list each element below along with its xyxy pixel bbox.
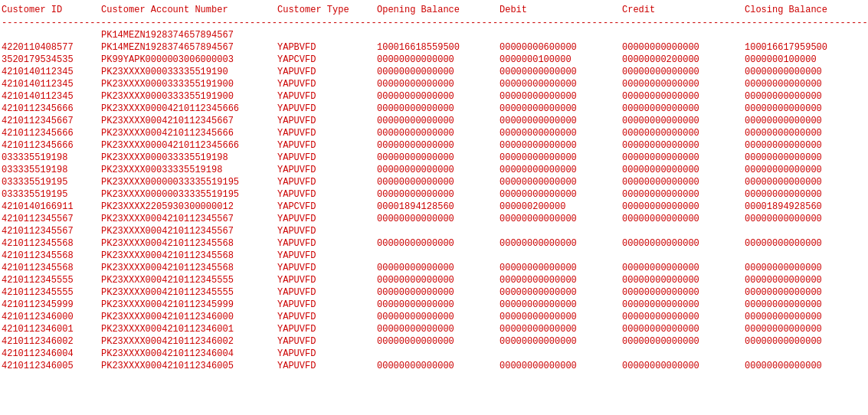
table-row: 4220110408577PK14MEZN1928374657894567YAP… bbox=[2, 41, 866, 54]
cell-opening-balance: 00000000000000 bbox=[377, 312, 500, 322]
cell-credit bbox=[622, 250, 745, 261]
cell-customer-type bbox=[277, 30, 377, 41]
cell-debit bbox=[500, 348, 622, 359]
cell-credit: 00000000000000 bbox=[622, 42, 745, 53]
cell-customer-id: 4210112345666 bbox=[2, 103, 101, 114]
cell-closing-balance: 00000000000000 bbox=[745, 312, 867, 322]
cell-credit: 00000000000000 bbox=[622, 299, 745, 310]
cell-account-number: PK23XXXX0004210112345567 bbox=[101, 214, 277, 224]
cell-credit: 00000000000000 bbox=[622, 324, 745, 335]
cell-closing-balance: 00000000000000 bbox=[745, 299, 867, 310]
cell-customer-id: 033335519195 bbox=[2, 189, 101, 200]
cell-customer-id: 4210140166911 bbox=[2, 201, 101, 212]
cell-customer-id: 033335519198 bbox=[2, 152, 101, 163]
cell-debit: 00000000000000 bbox=[500, 79, 622, 90]
cell-account-number: PK23XXXX0004210112345568 bbox=[101, 238, 277, 249]
table-row: 4210112345555PK23XXXX0004210112345555YAP… bbox=[2, 286, 866, 299]
cell-credit bbox=[622, 348, 745, 359]
table-row: 4210112345555PK23XXXX0004210112345555YAP… bbox=[2, 274, 866, 286]
cell-credit: 00000000000000 bbox=[622, 275, 745, 286]
table-row: 3520179534535PK99YAPK0000003006000003YAP… bbox=[2, 54, 866, 66]
cell-debit: 00000000000000 bbox=[500, 67, 622, 77]
cell-credit bbox=[622, 30, 745, 41]
cell-opening-balance: 00000000000000 bbox=[377, 177, 500, 188]
cell-customer-id: 4210112345567 bbox=[2, 214, 101, 224]
cell-account-number: PK23XXXX00000033335519195 bbox=[101, 177, 277, 188]
cell-account-number: PK23XXXX00033335519198 bbox=[101, 165, 277, 175]
table-row: 4210112346000PK23XXXX0004210112346000YAP… bbox=[2, 311, 866, 323]
header-account-number: Customer Account Number bbox=[101, 5, 277, 15]
cell-opening-balance: 00000000000000 bbox=[377, 165, 500, 175]
cell-closing-balance: 00000000000000 bbox=[745, 177, 867, 188]
cell-credit: 00000000000000 bbox=[622, 152, 745, 163]
cell-customer-type: YAPUVFD bbox=[277, 116, 377, 126]
cell-opening-balance bbox=[377, 250, 500, 261]
cell-customer-id: 4210112345555 bbox=[2, 275, 101, 286]
cell-credit: 00000000000000 bbox=[622, 103, 745, 114]
cell-debit: 000000200000 bbox=[500, 201, 622, 212]
cell-debit: 00000000000000 bbox=[500, 116, 622, 126]
cell-customer-type: YAPUVFD bbox=[277, 214, 377, 224]
cell-customer-id: 3520179534535 bbox=[2, 54, 101, 65]
cell-customer-type: YAPUVFD bbox=[277, 238, 377, 249]
cell-closing-balance: 00000000000000 bbox=[745, 116, 867, 126]
header-separator: ----------------------------------------… bbox=[2, 17, 866, 29]
cell-customer-id: 4210112345568 bbox=[2, 263, 101, 273]
cell-credit: 00000000000000 bbox=[622, 312, 745, 322]
cell-customer-id: 4210112345667 bbox=[2, 116, 101, 126]
cell-closing-balance: 00000000000000 bbox=[745, 91, 867, 102]
cell-debit bbox=[500, 226, 622, 237]
cell-closing-balance: 00000000000000 bbox=[745, 361, 867, 371]
table-row: 4210140112345PK23XXXX0000333355191900YAP… bbox=[2, 78, 866, 90]
cell-account-number: PK23XXXX0004210112346002 bbox=[101, 336, 277, 347]
table-row: PK14MEZN1928374657894567 bbox=[2, 29, 866, 41]
header-closing-balance: Closing Balance bbox=[745, 5, 867, 15]
header-credit: Credit bbox=[622, 5, 745, 15]
cell-closing-balance: 00000000000000 bbox=[745, 165, 867, 175]
cell-debit: 00000000000000 bbox=[500, 361, 622, 371]
cell-credit: 00000000000000 bbox=[622, 177, 745, 188]
cell-account-number: PK99YAPK0000003006000003 bbox=[101, 54, 277, 65]
cell-credit: 00000000000000 bbox=[622, 336, 745, 347]
cell-debit: 00000000000000 bbox=[500, 263, 622, 273]
header-customer-type: Customer Type bbox=[277, 5, 377, 15]
cell-opening-balance bbox=[377, 226, 500, 237]
cell-credit: 00000000000000 bbox=[622, 67, 745, 77]
cell-customer-id: 4210112345555 bbox=[2, 287, 101, 298]
cell-closing-balance: 00000000000000 bbox=[745, 238, 867, 249]
cell-customer-type: YAPUVFD bbox=[277, 152, 377, 163]
cell-debit: 00000000000000 bbox=[500, 287, 622, 298]
cell-customer-id: 033335519195 bbox=[2, 177, 101, 188]
cell-credit: 00000000000000 bbox=[622, 116, 745, 126]
cell-opening-balance: 00000000000000 bbox=[377, 361, 500, 371]
cell-closing-balance: 0000000100000 bbox=[745, 54, 867, 65]
table-row: 4210112345568PK23XXXX0004210112345568YAP… bbox=[2, 250, 866, 262]
cell-opening-balance: 00000000000000 bbox=[377, 336, 500, 347]
cell-account-number: PK23XXXX0004210112345666 bbox=[101, 128, 277, 139]
cell-customer-type: YAPBVFD bbox=[277, 42, 377, 53]
cell-credit: 00000000000000 bbox=[622, 128, 745, 139]
cell-customer-type: YAPUVFD bbox=[277, 91, 377, 102]
cell-credit: 00000000000000 bbox=[622, 238, 745, 249]
cell-opening-balance: 00000000000000 bbox=[377, 214, 500, 224]
cell-credit: 00000000000000 bbox=[622, 287, 745, 298]
cell-debit: 00000000000000 bbox=[500, 91, 622, 102]
cell-debit: 00000000000000 bbox=[500, 299, 622, 310]
cell-customer-type: YAPUVFD bbox=[277, 140, 377, 151]
cell-closing-balance bbox=[745, 30, 867, 41]
main-table: Customer ID Customer Account Number Cust… bbox=[0, 0, 868, 375]
cell-customer-id: 4210112345666 bbox=[2, 140, 101, 151]
cell-customer-id: 4210112346004 bbox=[2, 348, 101, 359]
cell-opening-balance: 00000000000000 bbox=[377, 91, 500, 102]
cell-opening-balance: 00000000000000 bbox=[377, 263, 500, 273]
cell-credit: 00000000000000 bbox=[622, 263, 745, 273]
cell-account-number: PK23XXXX0004210112346001 bbox=[101, 324, 277, 335]
header-opening-balance: Opening Balance bbox=[377, 5, 500, 15]
cell-customer-type: YAPCVFD bbox=[277, 54, 377, 65]
table-row: 4210112345666PK23XXXX0004210112345666YAP… bbox=[2, 127, 866, 139]
cell-credit bbox=[622, 226, 745, 237]
cell-customer-id: 4210112346005 bbox=[2, 361, 101, 371]
header-customer-id: Customer ID bbox=[2, 5, 101, 15]
cell-account-number: PK23XXXX00004210112345666 bbox=[101, 140, 277, 151]
cell-customer-type: YAPUVFD bbox=[277, 361, 377, 371]
